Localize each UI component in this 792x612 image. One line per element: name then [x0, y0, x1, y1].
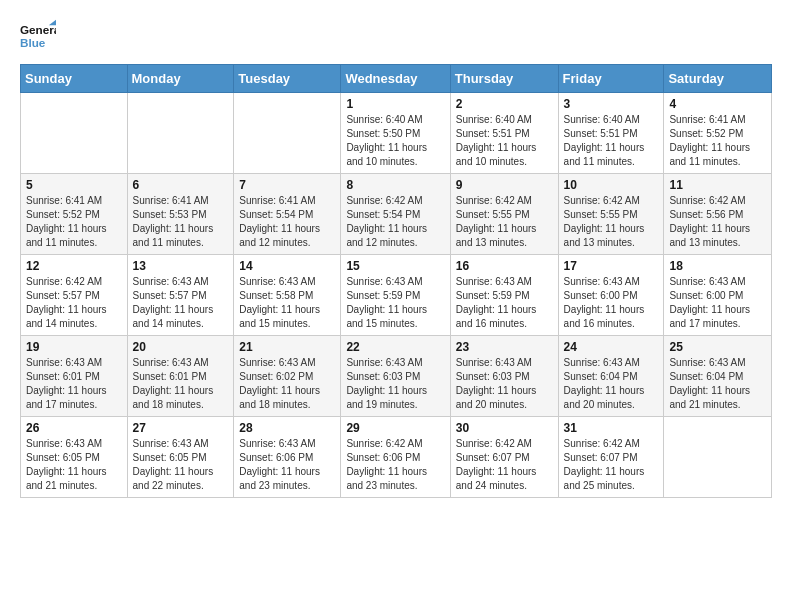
day-info: Sunrise: 6:43 AM Sunset: 6:02 PM Dayligh… — [239, 356, 335, 412]
day-number: 14 — [239, 259, 335, 273]
weekday-header-friday: Friday — [558, 65, 664, 93]
week-row-1: 1Sunrise: 6:40 AM Sunset: 5:50 PM Daylig… — [21, 93, 772, 174]
day-number: 16 — [456, 259, 553, 273]
day-number: 23 — [456, 340, 553, 354]
day-cell: 23Sunrise: 6:43 AM Sunset: 6:03 PM Dayli… — [450, 336, 558, 417]
day-info: Sunrise: 6:43 AM Sunset: 5:58 PM Dayligh… — [239, 275, 335, 331]
day-number: 30 — [456, 421, 553, 435]
day-number: 4 — [669, 97, 766, 111]
day-info: Sunrise: 6:42 AM Sunset: 5:54 PM Dayligh… — [346, 194, 444, 250]
day-number: 15 — [346, 259, 444, 273]
day-number: 1 — [346, 97, 444, 111]
day-number: 11 — [669, 178, 766, 192]
day-info: Sunrise: 6:43 AM Sunset: 5:57 PM Dayligh… — [133, 275, 229, 331]
day-number: 12 — [26, 259, 122, 273]
day-info: Sunrise: 6:40 AM Sunset: 5:51 PM Dayligh… — [456, 113, 553, 169]
day-cell: 11Sunrise: 6:42 AM Sunset: 5:56 PM Dayli… — [664, 174, 772, 255]
day-cell: 4Sunrise: 6:41 AM Sunset: 5:52 PM Daylig… — [664, 93, 772, 174]
day-cell: 18Sunrise: 6:43 AM Sunset: 6:00 PM Dayli… — [664, 255, 772, 336]
day-number: 19 — [26, 340, 122, 354]
day-cell: 8Sunrise: 6:42 AM Sunset: 5:54 PM Daylig… — [341, 174, 450, 255]
week-row-4: 19Sunrise: 6:43 AM Sunset: 6:01 PM Dayli… — [21, 336, 772, 417]
day-number: 22 — [346, 340, 444, 354]
weekday-header-wednesday: Wednesday — [341, 65, 450, 93]
day-number: 5 — [26, 178, 122, 192]
day-cell: 5Sunrise: 6:41 AM Sunset: 5:52 PM Daylig… — [21, 174, 128, 255]
logo-icon: General Blue — [20, 18, 56, 54]
day-info: Sunrise: 6:43 AM Sunset: 5:59 PM Dayligh… — [346, 275, 444, 331]
calendar: SundayMondayTuesdayWednesdayThursdayFrid… — [20, 64, 772, 498]
day-number: 21 — [239, 340, 335, 354]
day-cell: 29Sunrise: 6:42 AM Sunset: 6:06 PM Dayli… — [341, 417, 450, 498]
weekday-header-monday: Monday — [127, 65, 234, 93]
day-info: Sunrise: 6:43 AM Sunset: 6:01 PM Dayligh… — [133, 356, 229, 412]
day-cell: 1Sunrise: 6:40 AM Sunset: 5:50 PM Daylig… — [341, 93, 450, 174]
day-cell: 19Sunrise: 6:43 AM Sunset: 6:01 PM Dayli… — [21, 336, 128, 417]
day-info: Sunrise: 6:42 AM Sunset: 5:56 PM Dayligh… — [669, 194, 766, 250]
day-number: 2 — [456, 97, 553, 111]
day-info: Sunrise: 6:41 AM Sunset: 5:52 PM Dayligh… — [669, 113, 766, 169]
day-number: 7 — [239, 178, 335, 192]
day-number: 29 — [346, 421, 444, 435]
day-cell: 22Sunrise: 6:43 AM Sunset: 6:03 PM Dayli… — [341, 336, 450, 417]
day-info: Sunrise: 6:40 AM Sunset: 5:50 PM Dayligh… — [346, 113, 444, 169]
day-number: 6 — [133, 178, 229, 192]
day-number: 18 — [669, 259, 766, 273]
day-number: 27 — [133, 421, 229, 435]
day-number: 10 — [564, 178, 659, 192]
day-info: Sunrise: 6:42 AM Sunset: 6:07 PM Dayligh… — [564, 437, 659, 493]
day-cell: 28Sunrise: 6:43 AM Sunset: 6:06 PM Dayli… — [234, 417, 341, 498]
logo: General Blue — [20, 18, 56, 54]
day-cell: 25Sunrise: 6:43 AM Sunset: 6:04 PM Dayli… — [664, 336, 772, 417]
day-info: Sunrise: 6:43 AM Sunset: 6:05 PM Dayligh… — [26, 437, 122, 493]
weekday-header-row: SundayMondayTuesdayWednesdayThursdayFrid… — [21, 65, 772, 93]
day-info: Sunrise: 6:41 AM Sunset: 5:53 PM Dayligh… — [133, 194, 229, 250]
day-info: Sunrise: 6:41 AM Sunset: 5:52 PM Dayligh… — [26, 194, 122, 250]
day-info: Sunrise: 6:43 AM Sunset: 6:04 PM Dayligh… — [669, 356, 766, 412]
day-info: Sunrise: 6:43 AM Sunset: 6:01 PM Dayligh… — [26, 356, 122, 412]
day-cell — [234, 93, 341, 174]
day-cell: 30Sunrise: 6:42 AM Sunset: 6:07 PM Dayli… — [450, 417, 558, 498]
day-cell: 20Sunrise: 6:43 AM Sunset: 6:01 PM Dayli… — [127, 336, 234, 417]
day-info: Sunrise: 6:42 AM Sunset: 6:07 PM Dayligh… — [456, 437, 553, 493]
day-info: Sunrise: 6:40 AM Sunset: 5:51 PM Dayligh… — [564, 113, 659, 169]
day-info: Sunrise: 6:43 AM Sunset: 6:04 PM Dayligh… — [564, 356, 659, 412]
day-info: Sunrise: 6:43 AM Sunset: 6:03 PM Dayligh… — [346, 356, 444, 412]
weekday-header-tuesday: Tuesday — [234, 65, 341, 93]
day-cell: 24Sunrise: 6:43 AM Sunset: 6:04 PM Dayli… — [558, 336, 664, 417]
day-number: 26 — [26, 421, 122, 435]
week-row-3: 12Sunrise: 6:42 AM Sunset: 5:57 PM Dayli… — [21, 255, 772, 336]
day-cell: 12Sunrise: 6:42 AM Sunset: 5:57 PM Dayli… — [21, 255, 128, 336]
week-row-2: 5Sunrise: 6:41 AM Sunset: 5:52 PM Daylig… — [21, 174, 772, 255]
day-number: 31 — [564, 421, 659, 435]
day-cell: 26Sunrise: 6:43 AM Sunset: 6:05 PM Dayli… — [21, 417, 128, 498]
header: General Blue — [20, 18, 772, 54]
day-info: Sunrise: 6:43 AM Sunset: 6:00 PM Dayligh… — [564, 275, 659, 331]
page: General Blue SundayMondayTuesdayWednesda… — [0, 0, 792, 612]
week-row-5: 26Sunrise: 6:43 AM Sunset: 6:05 PM Dayli… — [21, 417, 772, 498]
day-cell: 14Sunrise: 6:43 AM Sunset: 5:58 PM Dayli… — [234, 255, 341, 336]
svg-text:Blue: Blue — [20, 36, 46, 49]
day-cell: 13Sunrise: 6:43 AM Sunset: 5:57 PM Dayli… — [127, 255, 234, 336]
day-number: 24 — [564, 340, 659, 354]
day-cell: 27Sunrise: 6:43 AM Sunset: 6:05 PM Dayli… — [127, 417, 234, 498]
weekday-header-saturday: Saturday — [664, 65, 772, 93]
day-cell — [21, 93, 128, 174]
day-cell — [664, 417, 772, 498]
day-number: 17 — [564, 259, 659, 273]
day-number: 13 — [133, 259, 229, 273]
day-info: Sunrise: 6:42 AM Sunset: 5:55 PM Dayligh… — [564, 194, 659, 250]
weekday-header-sunday: Sunday — [21, 65, 128, 93]
day-number: 3 — [564, 97, 659, 111]
day-info: Sunrise: 6:42 AM Sunset: 5:57 PM Dayligh… — [26, 275, 122, 331]
day-number: 20 — [133, 340, 229, 354]
day-cell: 16Sunrise: 6:43 AM Sunset: 5:59 PM Dayli… — [450, 255, 558, 336]
day-cell: 6Sunrise: 6:41 AM Sunset: 5:53 PM Daylig… — [127, 174, 234, 255]
day-cell — [127, 93, 234, 174]
day-cell: 31Sunrise: 6:42 AM Sunset: 6:07 PM Dayli… — [558, 417, 664, 498]
weekday-header-thursday: Thursday — [450, 65, 558, 93]
day-info: Sunrise: 6:43 AM Sunset: 6:06 PM Dayligh… — [239, 437, 335, 493]
day-cell: 21Sunrise: 6:43 AM Sunset: 6:02 PM Dayli… — [234, 336, 341, 417]
day-number: 28 — [239, 421, 335, 435]
day-cell: 9Sunrise: 6:42 AM Sunset: 5:55 PM Daylig… — [450, 174, 558, 255]
